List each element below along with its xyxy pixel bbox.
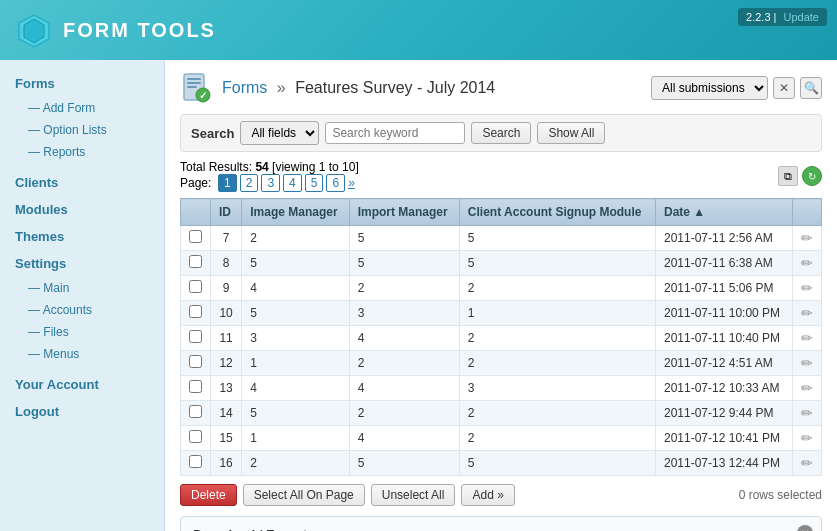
row-checkbox[interactable]	[189, 330, 202, 343]
page-6-link[interactable]: 6	[326, 174, 345, 192]
results-total-label: Total Results: 54 [viewing 1 to 10]	[180, 160, 359, 174]
app-header: FORM TOOLS 2.2.3 | Update	[0, 0, 837, 60]
sidebar-item-main[interactable]: — Main	[0, 277, 164, 299]
unselect-all-button[interactable]: Unselect All	[371, 484, 456, 506]
row-id: 13	[211, 376, 242, 401]
edit-icon[interactable]: ✏	[801, 380, 813, 396]
svg-text:✓: ✓	[199, 90, 207, 101]
table-row: 16 2 5 5 2011-07-13 12:44 PM ✏	[181, 451, 822, 476]
main-layout: Forms — Add Form — Option Lists — Report…	[0, 60, 837, 531]
actions-bar: Delete Select All On Page Unselect All A…	[180, 484, 822, 506]
search-keyword-input[interactable]	[325, 122, 465, 144]
row-edit-cell: ✏	[793, 226, 822, 251]
row-check-cell	[181, 401, 211, 426]
row-id: 7	[211, 226, 242, 251]
row-check-cell	[181, 276, 211, 301]
row-checkbox[interactable]	[189, 455, 202, 468]
row-checkbox[interactable]	[189, 230, 202, 243]
row-import-manager: 5	[349, 451, 459, 476]
sidebar-item-add-form[interactable]: — Add Form	[0, 97, 164, 119]
submissions-dropdown[interactable]: All submissions	[651, 76, 768, 100]
sidebar-item-settings[interactable]: Settings	[0, 250, 164, 277]
row-edit-cell: ✏	[793, 401, 822, 426]
breadcrumb-forms-link[interactable]: Forms	[222, 79, 267, 96]
svg-rect-5	[187, 86, 197, 88]
main-content: ✓ Forms » Features Survey - July 2014 Al…	[165, 60, 837, 531]
sidebar-item-your-account[interactable]: Your Account	[0, 371, 164, 398]
row-date: 2011-07-12 10:33 AM	[655, 376, 792, 401]
delete-button[interactable]: Delete	[180, 484, 237, 506]
row-id: 15	[211, 426, 242, 451]
table-row: 10 5 3 1 2011-07-11 10:00 PM ✏	[181, 301, 822, 326]
pagination: 1 2 3 4 5 6 »	[218, 174, 355, 192]
row-checkbox[interactable]	[189, 405, 202, 418]
row-image-manager: 2	[242, 226, 349, 251]
row-edit-cell: ✏	[793, 376, 822, 401]
sidebar-item-logout[interactable]: Logout	[0, 398, 164, 425]
edit-icon[interactable]: ✏	[801, 305, 813, 321]
sidebar-item-modules[interactable]: Modules	[0, 196, 164, 223]
search-field-select[interactable]: All fields All fields	[240, 121, 319, 145]
table-row: 14 5 2 2 2011-07-12 9:44 PM ✏	[181, 401, 822, 426]
edit-icon[interactable]: ✏	[801, 330, 813, 346]
edit-icon[interactable]: ✏	[801, 455, 813, 471]
table-row: 12 1 2 2 2011-07-12 4:51 AM ✏	[181, 351, 822, 376]
page-next-link[interactable]: »	[348, 176, 355, 190]
results-info: Total Results: 54 [viewing 1 to 10] Page…	[180, 160, 359, 192]
row-client-signup: 5	[459, 451, 655, 476]
row-date: 2011-07-11 2:56 AM	[655, 226, 792, 251]
page-1-link[interactable]: 1	[218, 174, 237, 192]
row-image-manager: 1	[242, 351, 349, 376]
refresh-icon[interactable]: ↻	[802, 166, 822, 186]
sidebar-item-option-lists[interactable]: — Option Lists	[0, 119, 164, 141]
clear-submissions-btn[interactable]: ✕	[773, 77, 795, 99]
add-button[interactable]: Add »	[461, 484, 514, 506]
show-all-button[interactable]: Show All	[537, 122, 605, 144]
search-submissions-btn[interactable]: 🔍	[800, 77, 822, 99]
row-checkbox[interactable]	[189, 280, 202, 293]
search-button[interactable]: Search	[471, 122, 531, 144]
page-2-link[interactable]: 2	[240, 174, 259, 192]
row-image-manager: 1	[242, 426, 349, 451]
row-id: 14	[211, 401, 242, 426]
th-client-signup[interactable]: Client Account Signup Module	[459, 199, 655, 226]
table-row: 13 4 4 3 2011-07-12 10:33 AM ✏	[181, 376, 822, 401]
edit-icon[interactable]: ✏	[801, 230, 813, 246]
row-checkbox[interactable]	[189, 430, 202, 443]
edit-icon[interactable]: ✏	[801, 405, 813, 421]
sidebar-item-clients[interactable]: Clients	[0, 169, 164, 196]
page-3-link[interactable]: 3	[261, 174, 280, 192]
th-image-manager[interactable]: Image Manager	[242, 199, 349, 226]
edit-icon[interactable]: ✏	[801, 255, 813, 271]
edit-icon[interactable]: ✏	[801, 355, 813, 371]
download-panel: Download / Export ✕ H HTML / Printer-fri…	[180, 516, 822, 531]
page-header: ✓ Forms » Features Survey - July 2014 Al…	[180, 72, 822, 104]
th-import-manager[interactable]: Import Manager	[349, 199, 459, 226]
page-5-link[interactable]: 5	[305, 174, 324, 192]
th-check	[181, 199, 211, 226]
select-all-button[interactable]: Select All On Page	[243, 484, 365, 506]
copy-icon[interactable]: ⧉	[778, 166, 798, 186]
row-checkbox[interactable]	[189, 355, 202, 368]
edit-icon[interactable]: ✏	[801, 430, 813, 446]
row-checkbox[interactable]	[189, 305, 202, 318]
edit-icon[interactable]: ✏	[801, 280, 813, 296]
sidebar-item-reports[interactable]: — Reports	[0, 141, 164, 163]
row-check-cell	[181, 326, 211, 351]
sidebar-item-files[interactable]: — Files	[0, 321, 164, 343]
sidebar-item-themes[interactable]: Themes	[0, 223, 164, 250]
download-close-btn[interactable]: ✕	[797, 525, 813, 531]
update-link[interactable]: Update	[784, 11, 819, 23]
svg-rect-3	[187, 78, 201, 80]
sidebar-item-forms[interactable]: Forms	[0, 70, 164, 97]
page-label: Page:	[180, 176, 215, 190]
row-checkbox[interactable]	[189, 255, 202, 268]
row-checkbox[interactable]	[189, 380, 202, 393]
table-header: ID Image Manager Import Manager Client A…	[181, 199, 822, 226]
sidebar-item-menus[interactable]: — Menus	[0, 343, 164, 365]
th-id[interactable]: ID	[211, 199, 242, 226]
th-date[interactable]: Date ▲	[655, 199, 792, 226]
page-4-link[interactable]: 4	[283, 174, 302, 192]
sidebar-item-accounts[interactable]: — Accounts	[0, 299, 164, 321]
row-client-signup: 2	[459, 276, 655, 301]
